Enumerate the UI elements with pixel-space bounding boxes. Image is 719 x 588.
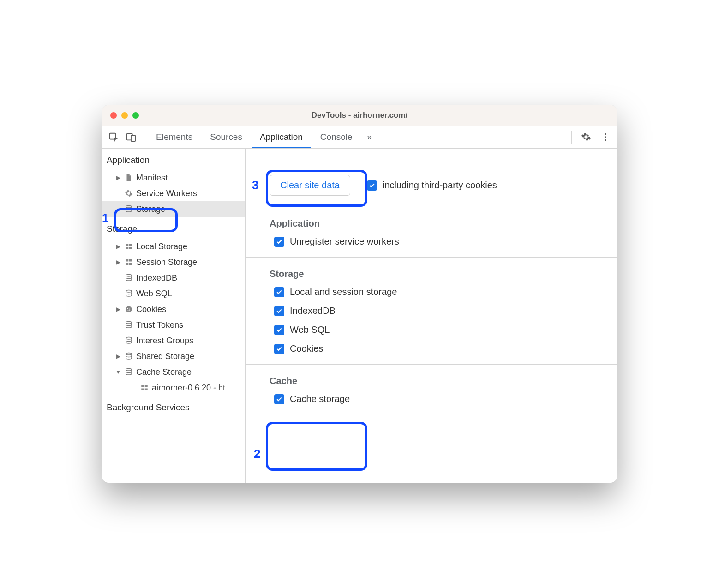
gear-icon (124, 189, 133, 198)
svg-rect-29 (145, 389, 148, 391)
expand-arrow-icon[interactable]: ▶ (115, 353, 121, 360)
sidebar-item-shared-storage[interactable]: ▶Shared Storage (102, 348, 245, 364)
sidebar-section-storage: Storage (102, 217, 245, 239)
svg-rect-12 (129, 259, 132, 262)
svg-point-6 (126, 206, 132, 208)
expand-arrow-icon[interactable]: ▶ (115, 243, 121, 250)
sidebar-item-cache-entry[interactable]: ▶airhorner-0.6.20 - ht (102, 380, 245, 396)
close-window-button[interactable] (110, 112, 117, 119)
svg-point-5 (605, 139, 606, 141)
settings-icon[interactable] (577, 128, 595, 146)
expand-arrow-icon[interactable]: ▶ (115, 306, 121, 312)
svg-rect-14 (129, 263, 132, 265)
db-icon (124, 289, 133, 298)
svg-point-17 (126, 306, 132, 312)
more-tabs-icon[interactable]: » (362, 132, 378, 142)
storage-section-application: ApplicationUnregister service workers (246, 207, 617, 257)
kebab-menu-icon[interactable] (597, 128, 614, 146)
tab-elements[interactable]: Elements (148, 126, 201, 148)
storage-panel: Clear site data including third-party co… (246, 149, 617, 483)
clear-data-row: Clear site data including third-party co… (246, 162, 617, 207)
checkbox-checked-icon (274, 306, 284, 316)
panel-tabs: Elements Sources Application Console » (148, 126, 568, 148)
cookie-icon (124, 305, 133, 314)
checkbox-checked-icon (274, 287, 284, 297)
option-label: including third-party cookies (383, 180, 497, 191)
storage-section-cache: CacheCache storage (246, 364, 617, 414)
option-indexeddb[interactable]: IndexedDB (270, 306, 605, 316)
option-local-and-session-storage[interactable]: Local and session storage (270, 287, 605, 297)
option-web-sql[interactable]: Web SQL (270, 324, 605, 335)
svg-point-16 (126, 290, 132, 293)
device-toggle-icon[interactable] (122, 128, 140, 146)
option-label: Cookies (290, 343, 323, 354)
option-cookies[interactable]: Cookies (270, 343, 605, 354)
database-icon (124, 204, 133, 214)
db-icon (124, 320, 133, 330)
svg-point-20 (128, 310, 129, 311)
minimize-window-button[interactable] (121, 112, 128, 119)
sidebar-item-indexeddb[interactable]: ▶IndexedDB (102, 270, 245, 286)
sidebar-item-label: Trust Tokens (136, 320, 183, 330)
expand-arrow-icon[interactable]: ▶ (115, 259, 121, 265)
svg-rect-8 (129, 244, 132, 246)
sidebar-item-label: Local Storage (136, 242, 187, 252)
svg-point-25 (126, 369, 132, 371)
expand-arrow-icon[interactable]: ▶ (115, 174, 121, 181)
svg-point-15 (126, 275, 132, 277)
sidebar-item-label: Interest Groups (136, 336, 193, 346)
sidebar-item-web-sql[interactable]: ▶Web SQL (102, 286, 245, 301)
sidebar-item-cache-storage[interactable]: ▼Cache Storage (102, 364, 245, 380)
sidebar-item-label: Shared Storage (136, 352, 194, 361)
svg-rect-13 (126, 263, 128, 265)
option-label: Local and session storage (290, 287, 397, 297)
svg-rect-9 (126, 247, 128, 250)
devtools-toolbar: Elements Sources Application Console » (102, 126, 617, 149)
sidebar-item-cookies[interactable]: ▶Cookies (102, 301, 245, 317)
annotation-box-2 (266, 422, 367, 471)
sidebar-section-background: Background Services (102, 396, 245, 417)
checkbox-checked-icon (367, 180, 377, 191)
svg-rect-27 (145, 385, 148, 387)
titlebar: DevTools - airhorner.com/ (102, 105, 617, 126)
option-label: Web SQL (290, 324, 330, 335)
sidebar-item-service-workers[interactable]: ▶ Service Workers (102, 186, 245, 201)
option-cache-storage[interactable]: Cache storage (270, 394, 605, 404)
sidebar-item-label: Service Workers (136, 189, 197, 198)
section-heading: Cache (270, 376, 605, 386)
svg-point-3 (605, 133, 606, 135)
sidebar-item-trust-tokens[interactable]: ▶Trust Tokens (102, 317, 245, 333)
collapse-arrow-icon[interactable]: ▼ (115, 369, 121, 375)
sidebar-item-label: Cache Storage (136, 367, 192, 377)
tab-console[interactable]: Console (312, 126, 361, 148)
db-icon (124, 367, 133, 377)
sidebar-section-application: Application (102, 149, 245, 170)
checkbox-checked-icon (274, 237, 284, 247)
option-label: Cache storage (290, 394, 350, 404)
checkbox-checked-icon (274, 344, 284, 354)
sidebar-item-manifest[interactable]: ▶ Manifest (102, 170, 245, 186)
grid-icon (124, 242, 133, 251)
annotation-label-2: 2 (254, 447, 260, 461)
sidebar-item-local-storage[interactable]: ▶Local Storage (102, 239, 245, 254)
sidebar-item-interest-groups[interactable]: ▶Interest Groups (102, 333, 245, 348)
tab-application[interactable]: Application (252, 126, 311, 148)
sidebar-item-session-storage[interactable]: ▶Session Storage (102, 254, 245, 270)
db-icon (124, 273, 133, 282)
third-party-cookies-option[interactable]: including third-party cookies (367, 180, 497, 191)
grid-icon (140, 383, 149, 392)
sidebar-item-storage[interactable]: ▶ Storage (102, 201, 245, 217)
grid-icon (124, 258, 133, 267)
clear-site-data-button[interactable]: Clear site data (270, 175, 350, 196)
toolbar-separator (571, 131, 572, 144)
section-heading: Storage (270, 269, 605, 279)
devtools-window: DevTools - airhorner.com/ Elements Sourc… (102, 105, 617, 483)
inspect-icon[interactable] (105, 128, 122, 146)
tab-sources[interactable]: Sources (202, 126, 251, 148)
sidebar-item-label: airhorner-0.6.20 - ht (152, 383, 225, 393)
sidebar-item-label: Cookies (136, 305, 166, 314)
checkbox-checked-icon (274, 325, 284, 335)
option-unregister-service-workers[interactable]: Unregister service workers (270, 236, 605, 247)
sidebar-item-label: IndexedDB (136, 273, 177, 283)
maximize-window-button[interactable] (132, 112, 139, 119)
